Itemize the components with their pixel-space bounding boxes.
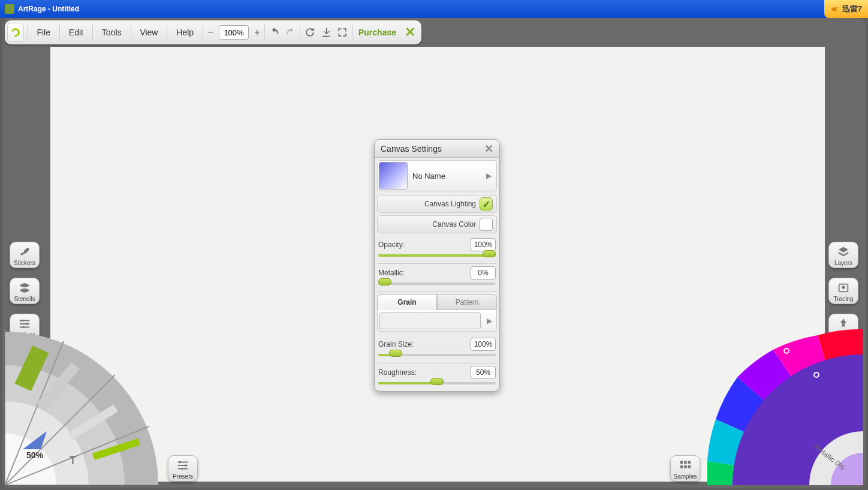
dialog-body: No Name ▶ Canvas Lighting ✓ Canvas Color… <box>375 158 499 391</box>
svg-point-5 <box>179 461 182 464</box>
dialog-title-text: Canvas Settings <box>381 144 442 154</box>
layers-pod[interactable]: Layers <box>828 242 858 268</box>
tracing-pod[interactable]: Tracing <box>828 278 858 304</box>
canvas-lighting-row: Canvas Lighting ✓ <box>377 195 497 213</box>
zoom-out-button[interactable]: − <box>204 24 216 41</box>
svg-point-4 <box>842 285 845 289</box>
svg-point-1 <box>26 323 28 325</box>
metallic-value[interactable]: 0% <box>471 266 496 279</box>
opacity-label: Opacity: <box>378 241 405 249</box>
grain-menu-arrow[interactable]: ▶ <box>484 317 495 325</box>
xunlei-badge[interactable]: 迅雷7 <box>824 0 868 18</box>
grain-size-label: Grain Size: <box>378 340 414 348</box>
dialog-titlebar[interactable]: Canvas Settings ✕ <box>375 140 499 158</box>
samples-pod[interactable]: Samples <box>670 455 700 482</box>
menu-file[interactable]: File <box>29 23 58 41</box>
tool-picker-wheel[interactable]: T 50% <box>5 329 161 485</box>
presets-pod[interactable]: Presets <box>168 455 198 482</box>
canvas-lighting-label: Canvas Lighting <box>381 200 476 208</box>
app-frame: File Edit Tools View Help − + Purchase ✕… <box>2 18 866 488</box>
roughness-label: Roughness: <box>378 368 417 377</box>
menu-tools[interactable]: Tools <box>94 23 129 41</box>
opacity-slider[interactable] <box>378 252 496 258</box>
metallic-slider[interactable] <box>378 281 496 287</box>
grain-pattern-tabs: Grain Pattern <box>377 294 497 310</box>
svg-text:T: T <box>70 455 76 467</box>
svg-point-6 <box>185 464 187 467</box>
svg-rect-11 <box>680 465 683 468</box>
zoom-input[interactable] <box>219 25 249 40</box>
metallic-slider-row: Metallic: 0% <box>377 264 497 292</box>
stencils-pod[interactable]: Stencils <box>10 278 40 304</box>
presets-icon <box>174 459 191 472</box>
roughness-slider[interactable] <box>378 380 496 386</box>
menu-view[interactable]: View <box>132 23 165 41</box>
canvas-preset-row[interactable]: No Name ▶ <box>377 160 497 191</box>
tracing-icon <box>835 281 852 294</box>
preset-name: No Name <box>412 172 478 181</box>
svg-rect-9 <box>684 461 687 464</box>
refresh-button[interactable] <box>302 23 318 42</box>
menu-help[interactable]: Help <box>168 23 201 41</box>
stickers-icon <box>16 245 33 258</box>
bird-icon <box>830 4 840 14</box>
grain-preset-row[interactable]: ▶ <box>377 310 497 332</box>
svg-rect-12 <box>684 465 687 468</box>
canvas-color-swatch[interactable] <box>480 218 493 231</box>
canvas-lighting-checkbox[interactable]: ✓ <box>480 197 493 211</box>
grid-icon <box>677 459 694 472</box>
svg-rect-8 <box>680 461 683 464</box>
layers-icon <box>835 245 852 258</box>
purchase-link[interactable]: Purchase <box>354 28 401 37</box>
window-title-bar: ArtRage - Untitled 迅雷7 <box>0 0 868 18</box>
redo-button[interactable] <box>282 23 299 42</box>
canvas-settings-dialog[interactable]: Canvas Settings ✕ No Name ▶ Canvas Light… <box>374 139 500 392</box>
svg-rect-13 <box>688 465 691 468</box>
preset-menu-arrow[interactable]: ▶ <box>483 172 495 180</box>
opacity-value[interactable]: 100% <box>471 238 496 251</box>
menu-bar: File Edit Tools View Help − + Purchase ✕ <box>5 20 421 44</box>
brush-size-label: 50% <box>26 450 43 460</box>
canvas-color-row: Canvas Color <box>377 215 497 233</box>
color-picker-wheel[interactable]: Metallic 0% <box>707 329 863 485</box>
preset-thumbnail <box>379 162 408 190</box>
metallic-slider-label: Metallic: <box>378 269 405 277</box>
svg-point-7 <box>181 468 183 470</box>
grain-size-value[interactable]: 100% <box>471 338 496 351</box>
stencils-icon <box>16 281 33 294</box>
svg-point-2 <box>22 326 25 329</box>
roughness-slider-row: Roughness: 50% <box>377 363 497 389</box>
grain-size-slider-row: Grain Size: 100% <box>377 335 497 363</box>
tab-pattern[interactable]: Pattern <box>437 294 497 310</box>
canvas-color-label: Canvas Color <box>381 220 476 229</box>
opacity-slider-row: Opacity: 100% <box>377 236 497 264</box>
grain-thumbnail <box>379 312 481 329</box>
app-icon <box>5 4 14 14</box>
pin-icon <box>835 317 852 330</box>
grain-size-slider[interactable] <box>378 352 496 358</box>
undo-button[interactable] <box>266 23 282 42</box>
roughness-value[interactable]: 50% <box>471 366 496 379</box>
dialog-close-button[interactable]: ✕ <box>484 142 493 155</box>
sliders-icon <box>16 317 33 330</box>
svg-point-0 <box>22 320 24 322</box>
menu-edit[interactable]: Edit <box>61 23 91 41</box>
window-title: ArtRage - Untitled <box>18 5 79 13</box>
download-button[interactable] <box>318 23 334 42</box>
zoom-in-button[interactable]: + <box>251 24 263 41</box>
fullscreen-button[interactable] <box>334 23 351 42</box>
zoom-controls: − + <box>204 24 263 41</box>
svg-rect-10 <box>688 461 691 464</box>
close-menubar-button[interactable]: ✕ <box>401 25 419 40</box>
artrage-logo-button[interactable] <box>7 23 24 42</box>
stickers-pod[interactable]: Stickers <box>10 242 40 268</box>
tab-grain[interactable]: Grain <box>377 294 437 310</box>
